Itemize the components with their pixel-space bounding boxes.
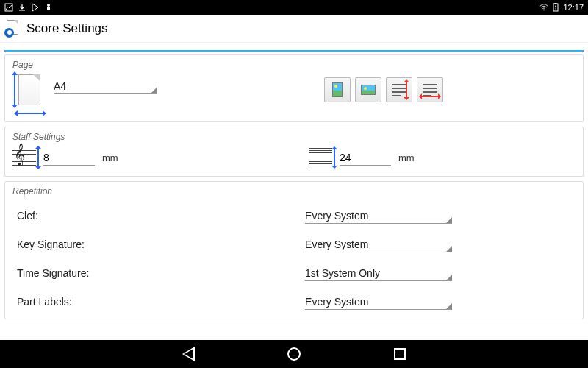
orientation-landscape-button[interactable] [355,77,381,102]
battery-charging-icon [551,3,560,12]
page-title: Score Settings [26,21,108,36]
navigation-bar [0,340,588,368]
part-labels-row: Part Labels: Every System [12,287,576,316]
margins-horizontal-button[interactable] [417,77,443,102]
app-icon [4,20,22,38]
clef-spinner[interactable]: Every System [305,207,452,224]
clef-row: Clef: Every System [12,201,576,230]
margins-vertical-button[interactable] [386,77,412,102]
recents-button[interactable] [391,345,409,363]
staff-section-title: Staff Settings [12,132,576,142]
action-bar: Score Settings [0,15,588,43]
time-signature-spinner[interactable]: 1st System Only [305,264,452,281]
orientation-portrait-button[interactable] [324,77,351,102]
page-size-spinner[interactable]: A4 [54,77,157,94]
svg-rect-5 [555,3,557,4]
status-time: 12:17 [563,3,584,12]
clef-label: Clef: [17,210,305,222]
svg-point-1 [47,4,50,7]
svg-point-3 [544,10,545,11]
play-store-icon [31,3,40,12]
svg-rect-2 [47,7,50,10]
page-size-icon [12,74,45,114]
page-section: Page A4 [4,54,584,122]
staff-height-icon [12,147,36,168]
part-labels-spinner[interactable]: Every System [305,293,452,310]
system-spacing-input[interactable] [340,150,391,166]
staff-height-input[interactable] [43,150,95,166]
time-signature-label: Time Signature: [17,267,305,279]
key-signature-spinner[interactable]: Every System [305,236,452,252]
system-spacing-icon [309,146,332,169]
system-spacing-unit: mm [398,152,415,163]
time-signature-row: Time Signature: 1st System Only [12,258,576,287]
repetition-section-title: Repetition [12,186,576,197]
repetition-section: Repetition Clef: Every System Key Signat… [4,181,584,319]
download-icon [18,3,26,12]
staff-height-unit: mm [102,152,118,163]
back-button[interactable] [179,345,197,363]
staff-section: Staff Settings mm mm [4,127,584,177]
usb-debug-icon [44,3,53,12]
key-signature-label: Key Signature: [17,238,305,250]
part-labels-label: Part Labels: [17,296,305,308]
accent-divider [4,50,584,52]
wifi-icon [539,3,548,12]
key-signature-row: Key Signature: Every System [12,230,576,258]
status-bar: 12:17 [0,0,588,15]
home-button[interactable] [285,345,303,363]
page-section-title: Page [12,60,576,70]
image-icon [4,3,13,12]
